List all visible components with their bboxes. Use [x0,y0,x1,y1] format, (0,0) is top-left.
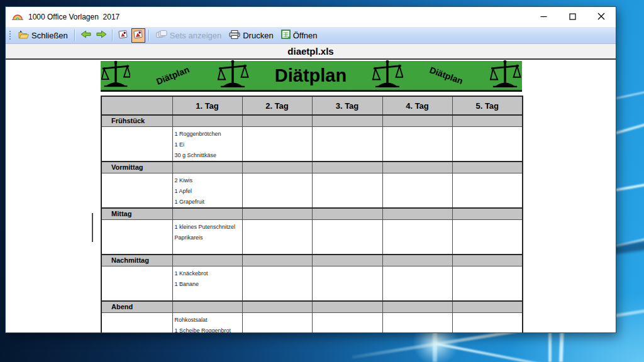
day-header-cell: 2. Tag [242,96,312,115]
day-header-cell: 3. Tag [312,96,382,115]
minimize-icon [540,11,547,23]
thumbnail-view-button[interactable] [116,28,130,42]
empty-cell [382,219,452,255]
empty-cell [382,255,452,266]
food-item: 1 Knäckebrot [175,268,242,279]
empty-cell [312,301,382,312]
maximize-button[interactable] [558,7,587,27]
empty-cell [312,208,382,219]
food-item: 1 Grapefruit [175,197,242,207]
day-header-cell: 4. Tag [382,96,452,115]
empty-cell [312,266,382,301]
print-button[interactable]: Drucken [226,29,276,42]
titlebar[interactable]: 1000 Office Vorlagen 2017 [6,7,616,27]
meal-name-cell: Vormittag [101,162,172,173]
empty-cell [382,312,452,332]
meal-name-cell: Abend [101,301,172,312]
empty-cell [101,126,172,162]
empty-cell [312,219,382,255]
food-item: Paprikareis [175,233,242,243]
food-item: 1 kleines Putenschnitzel [175,222,242,233]
empty-cell [382,126,452,162]
empty-cell [101,173,172,208]
thumbnail-view-active-button[interactable] [131,28,145,43]
empty-cell [382,301,452,312]
day1-entry-cell: 2 Kiwis 1 Apfel 1 Grapefruit [172,173,242,208]
empty-cell [312,312,382,332]
empty-cell [452,301,523,312]
toolbar-grip[interactable] [9,30,11,40]
meal-content-row: 2 Kiwis 1 Apfel 1 Grapefruit [101,173,523,208]
balance-scale-icon [372,60,403,90]
day1-entry-cell: 1 Knäckebrot 1 Banane [172,266,242,301]
meal-label-row: Vormittag [101,162,523,173]
corner-cell [101,96,172,115]
empty-cell [242,126,312,162]
show-sets-button[interactable]: Sets anzeigen [153,29,225,41]
card-stack-icon [156,30,167,40]
day1-entry-cell: Rohkostsalat 1 Scheibe Roggenbrot [172,312,242,332]
minimize-button[interactable] [529,7,558,27]
empty-cell [312,162,382,173]
meal-content-row: Rohkostsalat 1 Scheibe Roggenbrot [101,312,523,332]
food-item: 2 Kiwis [175,175,242,186]
maximize-icon [569,11,576,23]
back-button[interactable] [79,29,93,41]
print-margin-marker [92,213,93,242]
toolbar-separator [74,30,75,41]
food-item: 1 Roggenbrötchen [175,129,242,140]
show-sets-label: Sets anzeigen [170,31,221,40]
empty-cell [452,266,523,301]
banner-title: Diätplan [275,67,347,85]
food-item: 1 Banane [175,279,242,290]
open-label: Öffnen [293,31,318,40]
food-item: 1 Scheibe Roggenbrot [175,326,242,333]
empty-cell [242,312,312,332]
balance-scale-icon [101,60,130,90]
green-arrow-left-icon [80,30,91,40]
meal-content-row: 1 Knäckebrot 1 Banane [101,266,523,301]
empty-cell [101,312,172,332]
template-thumbnail-icon [118,30,128,41]
empty-cell [382,115,452,126]
empty-cell [382,266,452,301]
empty-cell [452,255,523,266]
open-button[interactable]: Öffnen [278,28,321,42]
empty-cell [452,208,523,219]
empty-cell [242,115,312,126]
empty-cell [452,115,523,126]
empty-cell [452,126,523,162]
meal-name-cell: Nachmittag [101,255,172,266]
app-window: 1000 Office Vorlagen 2017 [5,6,616,333]
empty-cell [312,126,382,162]
empty-cell [452,219,523,255]
empty-cell [172,301,242,312]
food-item: 1 Ei [175,140,242,150]
empty-cell [172,162,242,173]
day-header-cell: 1. Tag [172,96,242,115]
empty-cell [172,208,242,219]
empty-cell [172,115,242,126]
empty-cell [242,255,312,266]
close-template-label: Schließen [31,31,68,40]
toolbar-separator [112,30,113,41]
empty-cell [382,208,452,219]
print-label: Drucken [243,31,273,40]
forward-button[interactable] [94,29,109,41]
diet-plan-table: 1. Tag 2. Tag 3. Tag 4. Tag 5. Tag Frühs… [101,96,523,332]
close-template-button[interactable]: Schließen [15,29,71,42]
filename-bar: diaetpl.xls [6,44,616,60]
close-icon [597,11,605,23]
food-item: Rohkostsalat [175,315,242,326]
meal-name-cell: Frühstück [101,115,172,126]
day1-entry-cell: 1 Roggenbrötchen 1 Ei 30 g Schnittkäse [172,126,242,162]
empty-cell [242,208,312,219]
meal-content-row: 1 kleines Putenschnitzel Paprikareis [101,219,523,255]
open-folder-icon [18,30,29,41]
close-window-button[interactable] [587,7,616,27]
food-item: 30 g Schnittkäse [175,150,242,161]
empty-cell [382,162,452,173]
toolbar-separator [148,30,150,41]
empty-cell [312,255,382,266]
document-preview: Diätplan Diätplan [6,60,616,332]
